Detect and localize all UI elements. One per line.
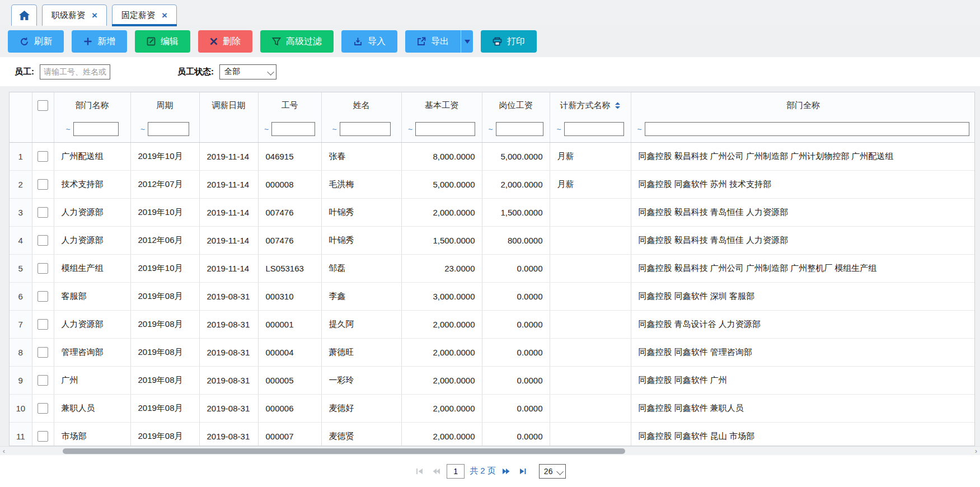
refresh-icon xyxy=(20,37,29,46)
table-row[interactable]: 9广州2019年08月2019-08-31000005一彩玲2,000.0000… xyxy=(10,367,975,395)
cell-base_salary: 5,000.0000 xyxy=(401,171,482,199)
table-row[interactable]: 1广州配送组2019年10月2019-11-14046915张春8,000.00… xyxy=(10,143,975,171)
cell-empno: 000310 xyxy=(258,283,321,311)
cell-dept_full: 同鑫控股 青岛设计谷 人力资源部 xyxy=(631,311,975,339)
next-page-button[interactable] xyxy=(501,466,512,477)
tab-zhiji-xinzi[interactable]: 职级薪资 × xyxy=(42,4,107,26)
page-size-select[interactable]: 26 xyxy=(539,464,566,479)
filter-input-empno[interactable] xyxy=(271,122,315,136)
table-row[interactable]: 5模组生产组2019年10月2019-11-14LS053163邹磊23.000… xyxy=(10,255,975,283)
filter-operator[interactable]: ~ xyxy=(556,125,561,134)
row-checkbox[interactable] xyxy=(37,263,48,274)
column-header-period[interactable]: 周期~ xyxy=(130,92,199,143)
x-icon xyxy=(210,38,218,45)
table-row[interactable]: 10兼职人员2019年08月2019-08-31000006麦德好2,000.0… xyxy=(10,395,975,423)
filter-operator[interactable]: ~ xyxy=(332,125,336,134)
table-row[interactable]: 3人力资源部2019年10月2019-11-14007476叶锦秀2,000.0… xyxy=(10,199,975,227)
row-checkbox[interactable] xyxy=(37,235,48,246)
salary-table: 部门名称~周期~调薪日期工号~姓名~基本工资~岗位工资~计薪方式名称~部门全称~… xyxy=(10,92,975,446)
filter-operator[interactable]: ~ xyxy=(140,125,145,134)
cell-dept_full: 同鑫控股 同鑫软件 昆山 市场部 xyxy=(631,423,975,447)
prev-page-icon xyxy=(432,467,440,476)
filter-operator[interactable]: ~ xyxy=(637,125,641,134)
close-icon[interactable]: × xyxy=(162,11,167,20)
cell-period: 2019年08月 xyxy=(130,339,199,367)
export-dropdown-button[interactable] xyxy=(461,30,473,53)
import-button[interactable]: 导入 xyxy=(341,30,397,53)
cell-name: 毛洪梅 xyxy=(321,171,401,199)
filter-operator[interactable]: ~ xyxy=(488,125,493,134)
table-row[interactable]: 4人力资源部2012年06月2019-11-14007476叶锦秀1,500.0… xyxy=(10,227,975,255)
column-header-empno[interactable]: 工号~ xyxy=(258,92,321,143)
refresh-button[interactable]: 刷新 xyxy=(8,30,64,53)
row-select-cell xyxy=(32,255,54,283)
column-header-post_salary[interactable]: 岗位工资~ xyxy=(482,92,550,143)
sort-icon[interactable] xyxy=(615,102,621,110)
app-window: 职级薪资 × 固定薪资 × 刷新 新增 编辑 删除 高级过滤 xyxy=(0,0,980,487)
horizontal-scrollbar-thumb[interactable] xyxy=(63,448,625,454)
delete-button[interactable]: 删除 xyxy=(198,30,252,53)
close-icon[interactable]: × xyxy=(92,11,97,20)
employee-status-select[interactable]: 全部 xyxy=(219,64,276,79)
advanced-filter-button[interactable]: 高级过滤 xyxy=(260,30,334,53)
filter-operator[interactable]: ~ xyxy=(65,125,70,134)
filter-input-base_salary[interactable] xyxy=(415,122,475,136)
tab-home[interactable] xyxy=(11,4,37,26)
table-row[interactable]: 11市场部2019年08月2019-08-31000007麦德贤2,000.00… xyxy=(10,423,975,447)
row-checkbox[interactable] xyxy=(37,347,48,358)
table-row[interactable]: 2技术支持部2012年07月2019-11-14000008毛洪梅5,000.0… xyxy=(10,171,975,199)
column-header-name[interactable]: 姓名~ xyxy=(321,92,401,143)
row-number: 6 xyxy=(10,283,32,311)
employee-search-input[interactable] xyxy=(40,64,110,79)
scroll-left-arrow[interactable]: ‹ xyxy=(0,447,8,455)
column-header-date[interactable]: 调薪日期 xyxy=(199,92,258,143)
column-header-dept[interactable]: 部门名称~ xyxy=(54,92,130,143)
employee-label: 员工: xyxy=(15,67,34,77)
cell-empno: 000001 xyxy=(258,311,321,339)
row-checkbox[interactable] xyxy=(37,403,48,414)
row-checkbox[interactable] xyxy=(37,291,48,302)
row-checkbox[interactable] xyxy=(37,375,48,386)
table-row[interactable]: 6客服部2019年08月2019-08-31000310李鑫3,000.0000… xyxy=(10,283,975,311)
last-page-button[interactable] xyxy=(517,466,528,477)
page-number-input[interactable] xyxy=(447,464,465,479)
cell-dept: 市场部 xyxy=(54,423,130,447)
cell-name: 李鑫 xyxy=(321,283,401,311)
scroll-right-arrow[interactable]: › xyxy=(972,447,980,455)
row-checkbox[interactable] xyxy=(37,151,48,162)
print-button[interactable]: 打印 xyxy=(481,30,537,53)
tab-bar: 职级薪资 × 固定薪资 × xyxy=(0,0,980,26)
cell-date: 2019-11-14 xyxy=(199,255,258,283)
filter-input-dept_full[interactable] xyxy=(645,122,969,136)
row-checkbox[interactable] xyxy=(37,319,48,330)
filter-operator[interactable]: ~ xyxy=(408,125,412,134)
edit-button[interactable]: 编辑 xyxy=(135,30,190,53)
filter-input-post_salary[interactable] xyxy=(496,122,543,136)
horizontal-scrollbar[interactable]: ‹ › xyxy=(0,446,980,455)
column-header-pay_method[interactable]: 计薪方式名称~ xyxy=(550,92,631,143)
cell-base_salary: 2,000.0000 xyxy=(401,311,482,339)
first-page-button xyxy=(414,466,425,477)
cell-base_salary: 3,000.0000 xyxy=(401,283,482,311)
filter-operator[interactable]: ~ xyxy=(264,125,269,134)
filter-input-period[interactable] xyxy=(148,122,189,136)
select-all-checkbox[interactable] xyxy=(37,100,48,111)
table-row[interactable]: 7人力资源部2019年08月2019-08-31000001提久阿2,000.0… xyxy=(10,311,975,339)
filter-input-pay_method[interactable] xyxy=(564,122,624,136)
row-number: 9 xyxy=(10,367,32,395)
row-checkbox[interactable] xyxy=(37,431,48,442)
cell-dept_full: 同鑫控股 同鑫软件 广州 xyxy=(631,367,975,395)
export-button[interactable]: 导出 xyxy=(405,30,461,53)
cell-dept: 人力资源部 xyxy=(54,227,130,255)
column-header-base_salary[interactable]: 基本工资~ xyxy=(401,92,482,143)
tab-guding-xinzi[interactable]: 固定薪资 × xyxy=(112,4,177,26)
add-button[interactable]: 新增 xyxy=(72,30,127,53)
row-checkbox[interactable] xyxy=(37,179,48,190)
filter-input-dept[interactable] xyxy=(73,122,119,136)
cell-dept_full: 同鑫控股 同鑫软件 深圳 客服部 xyxy=(631,283,975,311)
row-checkbox[interactable] xyxy=(37,207,48,218)
cell-base_salary: 2,000.0000 xyxy=(401,339,482,367)
filter-input-name[interactable] xyxy=(340,122,391,136)
table-row[interactable]: 8管理咨询部2019年08月2019-08-31000004萧德旺2,000.0… xyxy=(10,339,975,367)
column-header-dept_full[interactable]: 部门全称~ xyxy=(631,92,975,143)
